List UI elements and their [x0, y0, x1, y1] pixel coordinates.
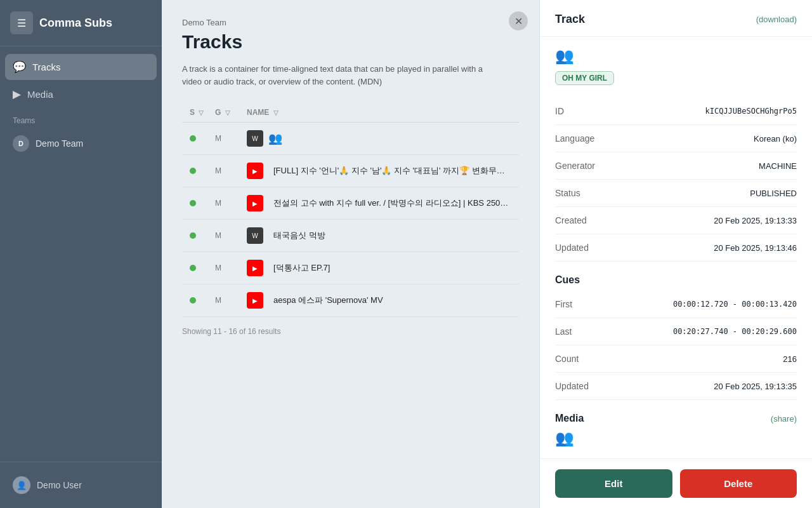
source-icon-yt: ▶: [247, 292, 268, 309]
media-share-link[interactable]: (share): [771, 414, 797, 424]
col-header-s: S ▽: [190, 108, 215, 117]
info-row-generator: Generator MACHINE: [555, 152, 797, 180]
track-tag: OH MY GIRL: [555, 71, 614, 85]
tracks-icon: 💬: [13, 60, 26, 74]
app-name: Comma Subs: [39, 17, 112, 30]
cues-heading: Cues: [555, 274, 797, 286]
cue-label-updated: Updated: [555, 381, 589, 391]
track-name: [덕통사고 EP.7]: [268, 262, 511, 274]
person-icon: 👥: [268, 131, 282, 145]
user-name: Demo User: [37, 480, 82, 490]
cue-row-count: Count 216: [555, 345, 797, 373]
table-header: S ▽ G ▽ NAME ▽: [182, 103, 519, 123]
right-panel: Track (download) 👥 OH MY GIRL ID kICQJJU…: [539, 0, 812, 508]
cue-row-first: First 00:00:12.720 - 00:00:13.420: [555, 291, 797, 318]
cue-value-last: 00:20:27.740 - 00:20:29.600: [673, 327, 797, 336]
status-indicator: [190, 200, 196, 206]
media-heading: Media: [555, 413, 584, 424]
status-indicator: [190, 265, 196, 271]
logo-icon: ☰: [10, 11, 33, 34]
sidebar-footer: 👤 Demo User: [0, 462, 162, 508]
breadcrumb: Demo Team: [182, 18, 519, 27]
track-name: aespa 에스파 'Supernova' MV: [268, 295, 511, 306]
track-name: [FULL] 지수 '언니'🙏 지수 '남'🙏 지수 '대표님' 까지🏆 변화무…: [268, 165, 511, 177]
team-name: Demo Team: [36, 138, 83, 149]
gen-val: M: [215, 296, 247, 305]
status-indicator: [190, 297, 196, 304]
table-row[interactable]: M ▶ [덕통사고 EP.7]: [182, 252, 519, 284]
info-row-created: Created 20 Feb 2025, 19:13:33: [555, 207, 797, 234]
gen-val: M: [215, 199, 247, 208]
source-icon-yt: ▶: [247, 195, 268, 211]
source-icon-yt: ▶: [247, 260, 268, 276]
delete-button[interactable]: Delete: [680, 469, 797, 498]
track-person-icon: 👥: [555, 47, 797, 65]
sidebar-nav: 💬 Tracks ▶ Media Teams D Demo Team: [0, 46, 162, 462]
cue-label-last: Last: [555, 326, 572, 337]
sidebar-item-media[interactable]: ▶ Media: [5, 81, 157, 107]
sidebar-item-media-label: Media: [27, 89, 53, 100]
showing-results: Showing 11 - 16 of 16 results: [182, 327, 519, 336]
page-title: Tracks: [182, 31, 519, 53]
media-icon: ▶: [13, 88, 21, 101]
field-label-status: Status: [555, 188, 580, 198]
cue-label-first: First: [555, 299, 572, 309]
source-icon-wv: W: [247, 130, 268, 147]
table-row[interactable]: M ▶ 전설의 고수 with 지수 full ver. / [박명수의 라디오…: [182, 187, 519, 220]
cue-value-count: 216: [783, 354, 797, 364]
app-logo[interactable]: ☰ Comma Subs: [0, 0, 162, 46]
field-value-language: Korean (ko): [754, 134, 797, 144]
media-person-icon: 👥: [555, 429, 797, 447]
info-row-updated: Updated 20 Feb 2025, 19:13:46: [555, 234, 797, 262]
teams-section-label: Teams: [5, 109, 157, 129]
cue-row-updated: Updated 20 Feb 2025, 19:13:35: [555, 373, 797, 400]
tracks-page: Demo Team Tracks A track is a container …: [162, 0, 539, 508]
panel-header: Track (download): [540, 0, 812, 37]
sidebar-item-demo-team[interactable]: D Demo Team: [5, 129, 157, 158]
source-icon-yt: ▶: [247, 163, 268, 179]
field-label-updated: Updated: [555, 243, 589, 253]
table-row[interactable]: M ▶ [FULL] 지수 '언니'🙏 지수 '남'🙏 지수 '대표님' 까지🏆…: [182, 155, 519, 187]
field-label-id: ID: [555, 106, 564, 116]
col-header-g: G ▽: [215, 108, 247, 117]
team-avatar: D: [13, 135, 29, 152]
panel-body: 👥 OH MY GIRL ID kICQJJUBeSOCHGhgrPo5 Lan…: [540, 37, 812, 464]
field-value-id: kICQJJUBeSOCHGhgrPo5: [705, 107, 797, 116]
table-row[interactable]: M W 태국음싯 먹방: [182, 220, 519, 252]
cue-label-count: Count: [555, 354, 579, 364]
source-icon-wv: W: [247, 227, 268, 244]
download-link[interactable]: (download): [756, 15, 797, 24]
field-value-generator: MACHINE: [759, 161, 797, 171]
cue-value-updated: 20 Feb 2025, 19:13:35: [714, 382, 797, 391]
field-label-language: Language: [555, 133, 594, 144]
cue-row-last: Last 00:20:27.740 - 00:20:29.600: [555, 318, 797, 345]
close-button[interactable]: ✕: [509, 11, 528, 30]
status-indicator: [190, 232, 196, 239]
status-indicator: [190, 135, 196, 142]
track-name: 전설의 고수 with 지수 full ver. / [박명수의 라디오쇼] |…: [268, 197, 511, 209]
edit-button[interactable]: Edit: [555, 469, 672, 498]
sidebar-item-tracks[interactable]: 💬 Tracks: [5, 54, 157, 80]
gen-val: M: [215, 166, 247, 175]
page-description: A track is a container for time-aligned …: [182, 63, 499, 88]
main-content: ✕ Demo Team Tracks A track is a containe…: [162, 0, 539, 508]
info-row-status: Status PUBLISHED: [555, 180, 797, 207]
table-row[interactable]: M ▶ aespa 에스파 'Supernova' MV: [182, 284, 519, 317]
field-value-status: PUBLISHED: [750, 189, 797, 198]
panel-title: Track: [555, 13, 585, 26]
table-row[interactable]: M W 👥: [182, 123, 519, 155]
gen-val: M: [215, 231, 247, 240]
track-name: 태국음싯 먹방: [268, 230, 511, 241]
field-label-generator: Generator: [555, 161, 595, 171]
panel-footer: Edit Delete: [540, 458, 812, 508]
info-row-language: Language Korean (ko): [555, 125, 797, 152]
cue-value-first: 00:00:12.720 - 00:00:13.420: [673, 300, 797, 309]
user-profile[interactable]: 👤 Demo User: [5, 470, 157, 500]
user-avatar: 👤: [13, 476, 30, 494]
tracks-table: S ▽ G ▽ NAME ▽ M W: [182, 103, 519, 317]
gen-val: M: [215, 264, 247, 272]
col-header-name: NAME ▽: [247, 108, 511, 117]
field-value-created: 20 Feb 2025, 19:13:33: [714, 216, 797, 225]
sidebar-item-tracks-label: Tracks: [32, 62, 60, 72]
status-indicator: [190, 168, 196, 174]
